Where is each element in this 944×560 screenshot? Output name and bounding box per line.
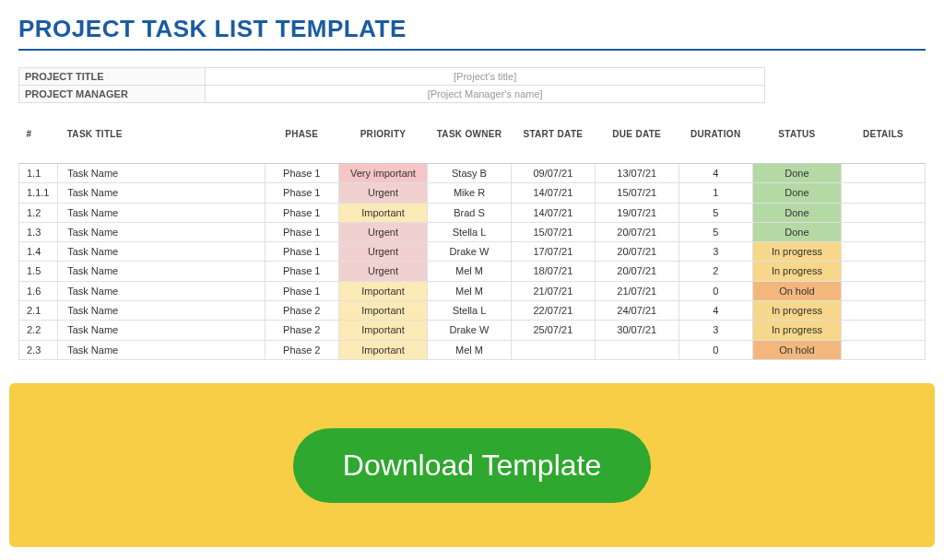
cell-task-title: Task Name — [58, 183, 266, 203]
cell-task-title: Task Name — [58, 203, 266, 222]
cell-id: 1.4 — [19, 242, 58, 262]
cell-status: Done — [752, 164, 841, 183]
cell-phase: Phase 2 — [265, 321, 338, 340]
cell-details — [842, 340, 926, 359]
cell-start-date: 14/07/21 — [511, 203, 595, 222]
cell-status: Done — [752, 222, 841, 241]
cell-owner: Mike R — [428, 183, 512, 203]
cell-owner: Mel M — [428, 340, 512, 359]
cell-id: 1.5 — [19, 262, 58, 281]
cell-start-date: 15/07/21 — [511, 222, 595, 241]
cell-details — [842, 164, 926, 183]
cell-start-date: 14/07/21 — [511, 183, 595, 203]
cell-duration: 5 — [678, 222, 752, 241]
table-row: 2.3Task NamePhase 2ImportantMel M0On hol… — [19, 340, 926, 359]
cell-id: 2.2 — [19, 321, 58, 340]
cell-due-date: 13/07/21 — [595, 164, 678, 183]
cell-duration: 3 — [678, 242, 752, 262]
cell-phase: Phase 1 — [265, 183, 338, 203]
cell-duration: 4 — [678, 301, 752, 321]
cell-priority: Important — [338, 203, 427, 222]
cell-duration: 1 — [678, 183, 752, 203]
download-template-button[interactable]: Download Template — [293, 428, 651, 503]
project-title-label: PROJECT TITLE — [19, 68, 206, 86]
cell-priority: Urgent — [338, 222, 427, 241]
cell-phase: Phase 1 — [265, 281, 338, 300]
cell-id: 1.1.1 — [19, 183, 58, 203]
cell-owner: Mel M — [428, 262, 512, 281]
header-phase: PHASE — [265, 120, 338, 164]
cell-task-title: Task Name — [58, 262, 266, 281]
table-row: 1.4Task NamePhase 1UrgentDrake W17/07/21… — [19, 242, 926, 262]
cell-task-title: Task Name — [58, 222, 266, 241]
table-row: 2.1Task NamePhase 2ImportantStella L22/0… — [19, 301, 926, 321]
cell-phase: Phase 1 — [265, 222, 338, 241]
cell-start-date: 25/07/21 — [511, 321, 595, 340]
cell-due-date: 21/07/21 — [595, 281, 678, 300]
cell-start-date: 18/07/21 — [511, 262, 595, 281]
cell-id: 1.3 — [19, 222, 58, 241]
cell-priority: Important — [338, 321, 427, 340]
cell-details — [842, 222, 926, 241]
cell-start-date: 09/07/21 — [511, 164, 595, 183]
cell-owner: Drake W — [428, 242, 512, 262]
cell-details — [842, 301, 926, 321]
table-row: 2.2Task NamePhase 2ImportantDrake W25/07… — [19, 321, 926, 340]
cell-id: 2.3 — [19, 340, 58, 359]
task-table: # TASK TITLE PHASE PRIORITY TASK OWNER S… — [18, 120, 926, 360]
meta-table: PROJECT TITLE [Project's title] PROJECT … — [18, 67, 765, 103]
cell-due-date: 15/07/21 — [595, 183, 678, 203]
table-row: 1.5Task NamePhase 1UrgentMel M18/07/2120… — [19, 262, 926, 281]
cell-id: 1.6 — [19, 281, 58, 300]
cell-id: 1.1 — [19, 164, 58, 183]
header-priority: PRIORITY — [338, 120, 427, 164]
cell-phase: Phase 1 — [265, 203, 338, 222]
cell-details — [842, 183, 926, 203]
cell-priority: Very important — [338, 164, 427, 183]
cell-details — [842, 321, 926, 340]
page-title: PROJECT TASK LIST TEMPLATE — [18, 15, 926, 51]
cell-task-title: Task Name — [58, 281, 266, 300]
project-title-value[interactable]: [Project's title] — [206, 68, 765, 86]
cell-due-date: 20/07/21 — [595, 262, 678, 281]
cell-details — [842, 262, 926, 281]
cell-phase: Phase 1 — [265, 262, 338, 281]
header-task-title: TASK TITLE — [58, 120, 266, 164]
project-manager-label: PROJECT MANAGER — [19, 86, 206, 103]
cell-due-date: 20/07/21 — [595, 222, 678, 241]
cell-status: In progress — [752, 242, 841, 262]
cell-priority: Urgent — [338, 242, 427, 262]
cell-details — [842, 203, 926, 222]
cell-priority: Important — [338, 301, 427, 321]
cell-phase: Phase 2 — [265, 301, 338, 321]
cell-status: In progress — [752, 301, 841, 321]
project-manager-value[interactable]: [Project Manager's name] — [206, 86, 765, 103]
header-status: STATUS — [752, 120, 841, 164]
table-row: 1.3Task NamePhase 1UrgentStella L15/07/2… — [19, 222, 926, 241]
download-banner: Download Template — [9, 383, 935, 547]
header-task-owner: TASK OWNER — [428, 120, 512, 164]
header-id: # — [19, 120, 58, 164]
cell-status: Done — [752, 203, 841, 222]
cell-owner: Drake W — [428, 321, 512, 340]
cell-due-date: 24/07/21 — [595, 301, 678, 321]
header-due-date: DUE DATE — [595, 120, 678, 164]
cell-owner: Stasy B — [428, 164, 512, 183]
cell-owner: Mel M — [428, 281, 512, 300]
cell-due-date: 19/07/21 — [595, 203, 678, 222]
cell-duration: 0 — [678, 281, 752, 300]
cell-duration: 2 — [678, 262, 752, 281]
cell-phase: Phase 1 — [265, 164, 338, 183]
cell-task-title: Task Name — [58, 164, 266, 183]
cell-task-title: Task Name — [58, 242, 266, 262]
cell-due-date — [595, 340, 678, 359]
cell-task-title: Task Name — [58, 301, 266, 321]
cell-priority: Important — [338, 340, 427, 359]
cell-start-date — [511, 340, 595, 359]
header-start-date: START DATE — [511, 120, 595, 164]
table-row: 1.1.1Task NamePhase 1UrgentMike R14/07/2… — [19, 183, 926, 203]
cell-status: On hold — [752, 340, 841, 359]
cell-details — [842, 281, 926, 300]
cell-duration: 3 — [678, 321, 752, 340]
cell-owner: Stella L — [428, 301, 512, 321]
